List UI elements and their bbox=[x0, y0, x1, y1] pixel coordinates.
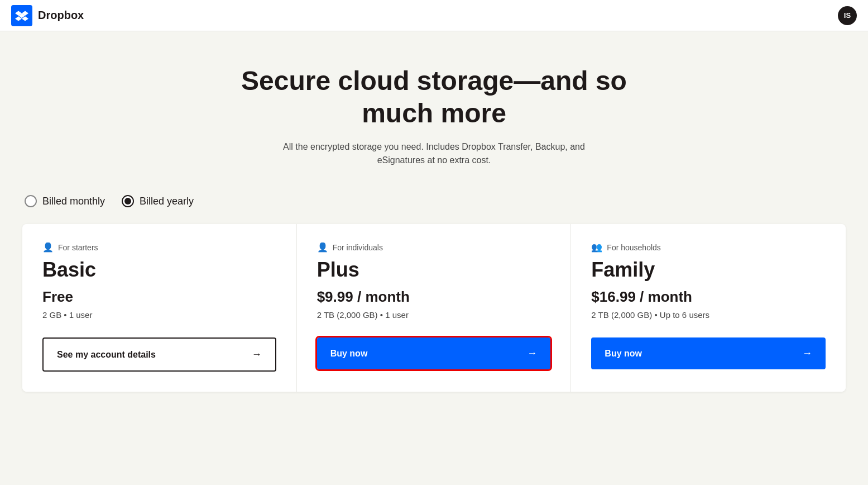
plan-basic-target-icon: 👤 bbox=[42, 242, 54, 253]
dropbox-logo bbox=[11, 5, 32, 26]
header-left: Dropbox bbox=[11, 5, 84, 26]
hero-title: Secure cloud storage—and so much more bbox=[239, 65, 630, 129]
plan-card-basic: 👤 For starters Basic Free 2 GB • 1 user … bbox=[22, 224, 297, 392]
billing-monthly-radio[interactable] bbox=[25, 195, 37, 207]
hero-subtitle: All the encrypted storage you need. Incl… bbox=[267, 140, 602, 167]
plan-plus-storage: 2 TB (2,000 GB) • 1 user bbox=[317, 310, 551, 320]
plan-basic-name: Basic bbox=[42, 258, 276, 282]
plan-family-price: $16.99 / month bbox=[591, 288, 826, 306]
plan-plus-button-arrow: → bbox=[527, 348, 537, 359]
billing-yearly-option[interactable]: Billed yearly bbox=[122, 195, 194, 207]
main-content: Secure cloud storage—and so much more Al… bbox=[0, 31, 868, 414]
billing-toggle: Billed monthly Billed yearly bbox=[22, 195, 846, 207]
plan-basic-target-label: For starters bbox=[58, 243, 98, 252]
plan-family-storage: 2 TB (2,000 GB) • Up to 6 users bbox=[591, 310, 826, 320]
plan-basic-button-arrow: → bbox=[252, 349, 262, 360]
billing-yearly-radio[interactable] bbox=[122, 195, 134, 207]
plan-card-family: 👥 For households Family $16.99 / month 2… bbox=[571, 224, 846, 392]
plan-plus-target-label: For individuals bbox=[333, 243, 383, 252]
plan-basic-button-label: See my account details bbox=[57, 350, 156, 360]
plan-basic-button[interactable]: See my account details → bbox=[42, 337, 276, 372]
plan-family-target: 👥 For households bbox=[591, 242, 826, 253]
plan-plus-button-label: Buy now bbox=[330, 349, 368, 359]
plan-family-button-arrow: → bbox=[802, 348, 812, 359]
app-title: Dropbox bbox=[38, 9, 84, 22]
plan-plus-target-icon: 👤 bbox=[317, 242, 328, 253]
billing-monthly-option[interactable]: Billed monthly bbox=[25, 195, 105, 207]
plan-family-target-label: For households bbox=[607, 243, 661, 252]
plan-card-plus: 👤 For individuals Plus $9.99 / month 2 T… bbox=[297, 224, 572, 392]
plan-family-target-icon: 👥 bbox=[591, 242, 602, 253]
plan-plus-price: $9.99 / month bbox=[317, 288, 551, 306]
plan-plus-name: Plus bbox=[317, 258, 551, 282]
billing-yearly-radio-fill bbox=[124, 198, 131, 205]
avatar[interactable]: IS bbox=[838, 6, 857, 25]
plans-grid: 👤 For starters Basic Free 2 GB • 1 user … bbox=[22, 224, 846, 392]
plan-family-button[interactable]: Buy now → bbox=[591, 337, 826, 369]
plan-plus-button[interactable]: Buy now → bbox=[317, 337, 551, 369]
billing-yearly-label: Billed yearly bbox=[140, 196, 194, 207]
billing-monthly-label: Billed monthly bbox=[42, 196, 105, 207]
plan-basic-storage: 2 GB • 1 user bbox=[42, 310, 276, 320]
hero-section: Secure cloud storage—and so much more Al… bbox=[22, 65, 846, 167]
plan-plus-target: 👤 For individuals bbox=[317, 242, 551, 253]
header: Dropbox IS bbox=[0, 0, 868, 31]
plan-family-button-label: Buy now bbox=[605, 349, 642, 359]
plan-basic-price: Free bbox=[42, 288, 276, 306]
plan-basic-target: 👤 For starters bbox=[42, 242, 276, 253]
plan-family-name: Family bbox=[591, 258, 826, 282]
